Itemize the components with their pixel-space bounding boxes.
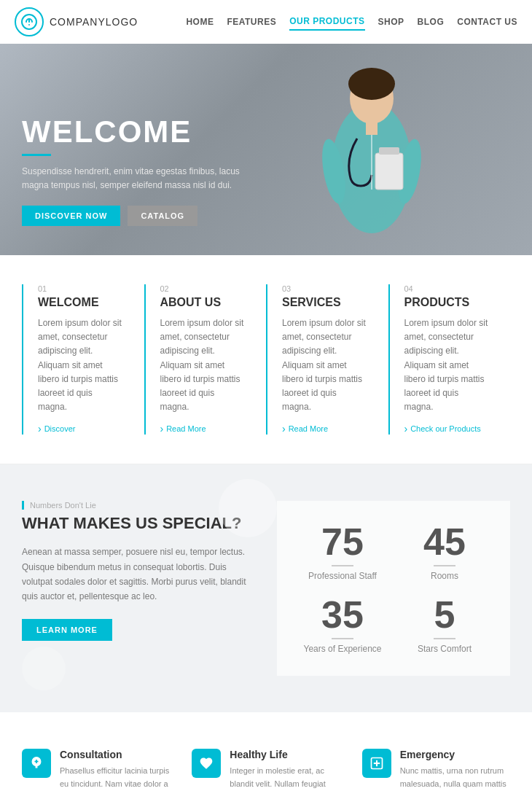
- feature-link-3[interactable]: Read More: [282, 423, 367, 435]
- hero-content: WELCOME Suspendisse hendrerit, enim vita…: [22, 114, 510, 226]
- stat-staff-number: 75: [299, 523, 386, 561]
- stat-experience-number: 35: [299, 596, 386, 634]
- header: COMPANYLOGO HOME FEATURES OUR PRODUCTS S…: [0, 0, 532, 44]
- logo-text: COMPANYLOGO: [50, 16, 138, 28]
- hero-buttons: DISCOVER NOW CATALOG: [22, 206, 510, 226]
- stat-rooms: 45 Rooms: [401, 523, 488, 581]
- stat-comfort-label: Stars Comfort: [401, 644, 488, 654]
- services-section: Consultation Phasellus efficitur lacinia…: [0, 712, 532, 791]
- healthy-life-content: Healthy Life Integer in molestie erat, a…: [230, 749, 340, 791]
- nav-home[interactable]: HOME: [186, 14, 214, 30]
- stat-divider-4: [434, 638, 455, 639]
- logo-icon: [15, 7, 44, 36]
- stats-section: Numbers Don't Lie WHAT MAKES US SPECIAL?…: [0, 464, 532, 712]
- nav-shop[interactable]: SHOP: [378, 14, 404, 30]
- nav-contact[interactable]: CONTACT US: [457, 14, 517, 30]
- healthy-life-title: Healthy Life: [230, 749, 340, 760]
- stats-label: Numbers Don't Lie: [22, 501, 255, 510]
- hero-description: Suspendisse hendrerit, enim vitae egesta…: [22, 165, 255, 192]
- nav-our-products[interactable]: OUR PRODUCTS: [289, 13, 364, 31]
- consultation-title: Consultation: [60, 749, 170, 760]
- feature-title-4: PRODUCTS: [404, 296, 489, 309]
- stats-title: WHAT MAKES US SPECIAL?: [22, 514, 255, 533]
- logo-area: COMPANYLOGO: [15, 7, 138, 36]
- stats-right: 75 Professional Staff 45 Rooms 35 Years …: [277, 501, 510, 676]
- feature-text-2: Lorem ipsum dolor sit amet, consectetur …: [160, 316, 245, 414]
- feature-title-1: WELCOME: [38, 296, 122, 309]
- stat-experience: 35 Years of Experience: [299, 596, 386, 654]
- stat-divider-3: [332, 638, 353, 639]
- feature-text-1: Lorem ipsum dolor sit amet, consectetur …: [38, 316, 122, 414]
- stat-divider-2: [434, 565, 455, 566]
- service-emergency: Emergency Nunc mattis, urna non rutrum m…: [362, 749, 510, 791]
- feature-num-3: 03: [282, 284, 367, 293]
- feature-welcome: 01 WELCOME Lorem ipsum dolor sit amet, c…: [22, 284, 137, 435]
- healthy-life-text: Integer in molestie erat, ac blandit vel…: [230, 765, 340, 791]
- hero-section: WELCOME Suspendisse hendrerit, enim vita…: [0, 44, 532, 255]
- catalog-button[interactable]: CATALOG: [128, 206, 197, 226]
- nav-features[interactable]: FEATURES: [227, 14, 276, 30]
- feature-services: 03 SERVICES Lorem ipsum dolor sit amet, …: [266, 284, 381, 435]
- features-section: 01 WELCOME Lorem ipsum dolor sit amet, c…: [0, 255, 532, 464]
- feature-text-4: Lorem ipsum dolor sit amet, consectetur …: [404, 316, 489, 414]
- feature-num-1: 01: [38, 284, 122, 293]
- emergency-icon: [362, 749, 391, 778]
- emergency-content: Emergency Nunc mattis, urna non rutrum m…: [400, 749, 510, 791]
- feature-link-4[interactable]: Check our Products: [404, 423, 489, 435]
- feature-link-2[interactable]: Read More: [160, 423, 245, 435]
- hero-title: WELCOME: [22, 114, 510, 149]
- feature-about: 02 ABOUT US Lorem ipsum dolor sit amet, …: [144, 284, 259, 435]
- nav-blog[interactable]: BLOG: [418, 14, 445, 30]
- healthy-life-icon: [192, 749, 221, 778]
- feature-title-2: ABOUT US: [160, 296, 245, 309]
- learn-more-button[interactable]: LEARN MORE: [22, 619, 112, 641]
- stat-experience-label: Years of Experience: [299, 644, 386, 654]
- stat-comfort: 5 Stars Comfort: [401, 596, 488, 654]
- consultation-content: Consultation Phasellus efficitur lacinia…: [60, 749, 170, 791]
- stat-comfort-number: 5: [401, 596, 488, 634]
- consultation-icon: [22, 749, 51, 778]
- feature-link-1[interactable]: Discover: [38, 423, 122, 435]
- discover-now-button[interactable]: DISCOVER NOW: [22, 206, 120, 226]
- stat-rooms-label: Rooms: [401, 571, 488, 581]
- feature-num-2: 02: [160, 284, 245, 293]
- service-consultation: Consultation Phasellus efficitur lacinia…: [22, 749, 170, 791]
- emergency-text: Nunc mattis, urna non rutrum malesuada, …: [400, 765, 510, 791]
- stat-rooms-number: 45: [401, 523, 488, 561]
- stats-left: Numbers Don't Lie WHAT MAKES US SPECIAL?…: [22, 501, 277, 676]
- feature-title-3: SERVICES: [282, 296, 367, 309]
- main-nav: HOME FEATURES OUR PRODUCTS SHOP BLOG CON…: [186, 13, 517, 31]
- stat-divider-1: [332, 565, 353, 566]
- stats-text: Aenean at massa semper, posuere nisl eu,…: [22, 545, 255, 604]
- svg-point-3: [348, 68, 395, 100]
- feature-num-4: 04: [404, 284, 489, 293]
- stat-staff: 75 Professional Staff: [299, 523, 386, 581]
- service-healthy-life: Healthy Life Integer in molestie erat, a…: [192, 749, 340, 791]
- consultation-text: Phasellus efficitur lacinia turpis eu ti…: [60, 765, 170, 791]
- feature-products: 04 PRODUCTS Lorem ipsum dolor sit amet, …: [388, 284, 504, 435]
- services-grid: Consultation Phasellus efficitur lacinia…: [22, 749, 510, 791]
- feature-text-3: Lorem ipsum dolor sit amet, consectetur …: [282, 316, 367, 414]
- hero-divider: [22, 154, 51, 156]
- emergency-title: Emergency: [400, 749, 510, 760]
- stat-staff-label: Professional Staff: [299, 571, 386, 581]
